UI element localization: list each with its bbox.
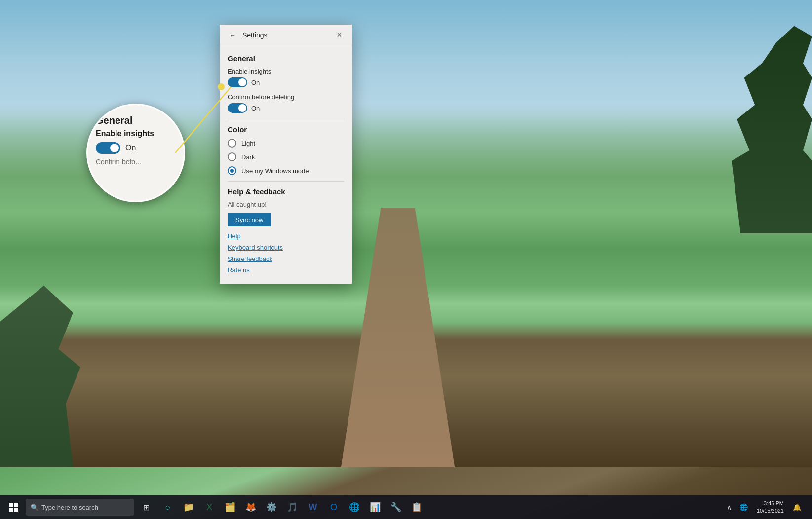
- tray-expand-icon[interactable]: ∧: [724, 501, 735, 513]
- divider-1: [228, 119, 344, 119]
- settings-dialog-title: Settings: [242, 31, 332, 39]
- color-light-option[interactable]: Light: [228, 139, 344, 148]
- magnifier-toggle: [96, 142, 120, 154]
- color-light-radio: [228, 139, 236, 148]
- task-view-button[interactable]: ⊞: [136, 497, 156, 517]
- notification-icon[interactable]: 🔔: [790, 501, 804, 513]
- svg-rect-4: [9, 508, 13, 512]
- confirm-deleting-toggle[interactable]: [228, 103, 247, 113]
- start-button[interactable]: [4, 497, 24, 517]
- magnifier-enable-label: Enable insights: [96, 129, 176, 138]
- firefox-icon: 🦊: [245, 502, 256, 513]
- enable-insights-item: Enable insights On: [228, 68, 344, 87]
- app6-button[interactable]: ⚙️: [262, 497, 281, 517]
- folder-button[interactable]: 🗂️: [220, 497, 240, 517]
- cortana-icon: ○: [165, 502, 171, 513]
- app12-button[interactable]: 🔧: [386, 497, 406, 517]
- task-view-icon: ⊞: [143, 503, 150, 512]
- color-windows-mode-label: Use my Windows mode: [241, 167, 309, 175]
- cortana-button[interactable]: ○: [158, 497, 178, 517]
- outlook-button[interactable]: O: [324, 497, 344, 517]
- keyboard-shortcuts-link[interactable]: Keyboard shortcuts: [228, 244, 344, 251]
- rate-us-link[interactable]: Rate us: [228, 266, 344, 274]
- settings-titlebar: ← Settings ✕: [220, 25, 352, 45]
- search-placeholder-text: Type here to search: [41, 504, 98, 511]
- confirm-deleting-knob: [238, 104, 246, 112]
- app7-icon: 🎵: [287, 502, 298, 513]
- enable-insights-state: On: [251, 79, 260, 86]
- tray-globe-icon[interactable]: 🌐: [736, 501, 751, 513]
- enable-insights-knob: [238, 78, 246, 86]
- app12-icon: 🔧: [390, 502, 401, 513]
- enable-insights-toggle[interactable]: [228, 77, 247, 87]
- word-button[interactable]: W: [303, 497, 323, 517]
- divider-2: [228, 181, 344, 182]
- desktop-background: [0, 0, 812, 519]
- share-feedback-link[interactable]: Share feedback: [228, 255, 344, 262]
- confirm-deleting-toggle-row: On: [228, 103, 344, 113]
- outlook-icon: O: [330, 502, 337, 513]
- magnifier-confirm-text: Confirm befo...: [96, 158, 176, 166]
- excel-button[interactable]: X: [199, 497, 219, 517]
- svg-rect-2: [9, 503, 13, 507]
- windows-logo-icon: [9, 503, 18, 512]
- file-explorer-button[interactable]: 📁: [179, 497, 198, 517]
- svg-rect-5: [14, 508, 18, 512]
- file-explorer-icon: 📁: [183, 502, 194, 513]
- confirm-deleting-label: Confirm before deleting: [228, 93, 344, 101]
- color-section-title: Color: [228, 125, 344, 134]
- app11-icon: 📊: [370, 502, 381, 513]
- confirm-deleting-item: Confirm before deleting On: [228, 93, 344, 113]
- app7-button[interactable]: 🎵: [282, 497, 302, 517]
- chrome-icon: 🌐: [349, 502, 360, 513]
- svg-rect-3: [14, 503, 18, 507]
- app6-icon: ⚙️: [266, 502, 277, 513]
- taskbar-pinned-apps: ○ 📁 X 🗂️ 🦊 ⚙️ 🎵 W O 🌐 📊: [158, 497, 426, 517]
- close-button[interactable]: ✕: [332, 28, 346, 42]
- general-section-title: General: [228, 54, 344, 63]
- magnifier-toggle-knob: [110, 144, 119, 152]
- color-windows-mode-radio: [228, 166, 236, 175]
- app13-icon: 📋: [411, 502, 422, 513]
- chrome-button[interactable]: 🌐: [345, 497, 364, 517]
- help-link[interactable]: Help: [228, 232, 344, 240]
- color-dark-option[interactable]: Dark: [228, 152, 344, 161]
- tray-time-display: 3:45 PM: [757, 500, 784, 507]
- settings-dialog: ← Settings ✕ General Enable insights On …: [220, 25, 352, 284]
- enable-insights-label: Enable insights: [228, 68, 344, 75]
- magnifier-circle: General Enable insights On Confirm befo.…: [86, 104, 185, 202]
- color-dark-radio: [228, 152, 236, 161]
- tray-date-display: 10/15/2021: [757, 507, 784, 515]
- taskbar: 🔍 Type here to search ⊞ ○ 📁 X 🗂️ 🦊 ⚙️ 🎵 …: [0, 495, 812, 519]
- color-radio-group: Light Dark Use my Windows mode: [228, 139, 344, 175]
- app13-button[interactable]: 📋: [407, 497, 426, 517]
- help-section-title: Help & feedback: [228, 187, 344, 196]
- back-button[interactable]: ←: [226, 28, 239, 42]
- color-light-label: Light: [241, 140, 255, 147]
- magnifier-toggle-row: On: [96, 142, 176, 154]
- sync-now-button[interactable]: Sync now: [228, 213, 271, 226]
- excel-icon: X: [206, 502, 212, 513]
- magnifier-toggle-state: On: [125, 144, 136, 152]
- close-icon: ✕: [337, 31, 342, 38]
- firefox-button[interactable]: 🦊: [241, 497, 261, 517]
- color-dark-label: Dark: [241, 153, 255, 161]
- color-windows-mode-option[interactable]: Use my Windows mode: [228, 166, 344, 175]
- app11-button[interactable]: 📊: [365, 497, 385, 517]
- tray-clock[interactable]: 3:45 PM 10/15/2021: [753, 498, 788, 517]
- folder-icon: 🗂️: [225, 502, 235, 513]
- magnifier-general-title: General: [96, 115, 176, 126]
- search-icon: 🔍: [31, 504, 39, 511]
- word-icon: W: [309, 502, 317, 513]
- help-status-text: All caught up!: [228, 201, 344, 208]
- enable-insights-toggle-row: On: [228, 77, 344, 87]
- system-tray: ∧ 🌐 3:45 PM 10/15/2021 🔔: [724, 498, 808, 517]
- settings-content: General Enable insights On Confirm befor…: [220, 45, 352, 284]
- back-icon: ←: [229, 31, 236, 39]
- taskbar-search-bar[interactable]: 🔍 Type here to search: [26, 499, 134, 516]
- confirm-deleting-state: On: [251, 105, 260, 112]
